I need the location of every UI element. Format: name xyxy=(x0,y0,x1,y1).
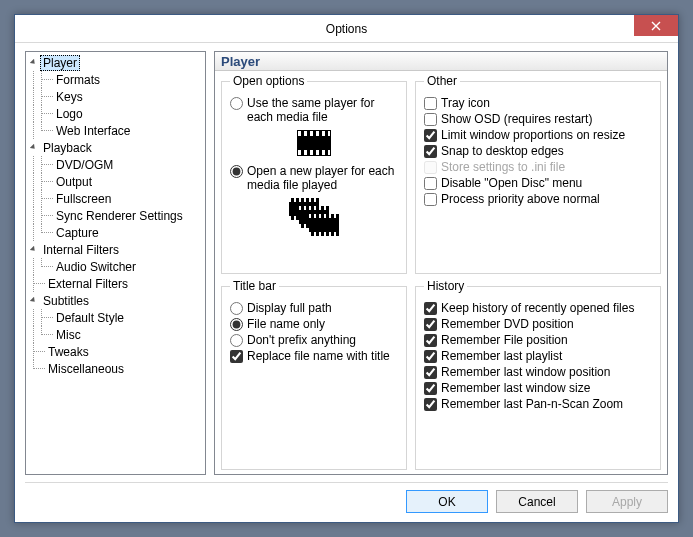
checkbox-input[interactable] xyxy=(424,145,437,158)
tree-item[interactable]: Audio Switcher xyxy=(26,258,205,275)
expand-icon[interactable] xyxy=(28,295,40,307)
tree-label: Audio Switcher xyxy=(53,260,139,274)
tree-item[interactable]: Subtitles xyxy=(26,292,205,309)
checkbox-input[interactable] xyxy=(424,318,437,331)
checkbox-row[interactable]: Disable "Open Disc" menu xyxy=(424,176,652,190)
radio-input[interactable] xyxy=(230,165,243,178)
checkbox-row[interactable]: Snap to desktop edges xyxy=(424,144,652,158)
tree-item[interactable]: Fullscreen xyxy=(26,190,205,207)
tree-label: Capture xyxy=(53,226,102,240)
radio-input[interactable] xyxy=(230,97,243,110)
radio-row[interactable]: Display full path xyxy=(230,301,398,315)
tree-item[interactable]: Sync Renderer Settings xyxy=(26,207,205,224)
expand-icon[interactable] xyxy=(28,142,40,154)
tree-item[interactable]: Tweaks xyxy=(26,343,205,360)
tree-item[interactable]: Playback xyxy=(26,139,205,156)
tree-item[interactable]: DVD/OGM xyxy=(26,156,205,173)
checkbox-row[interactable]: Show OSD (requires restart) xyxy=(424,112,652,126)
group-legend: Title bar xyxy=(230,279,279,293)
checkbox-label: Keep history of recently opened files xyxy=(441,301,634,315)
checkbox-label: Remember last Pan-n-Scan Zoom xyxy=(441,397,623,411)
tree-label: Web Interface xyxy=(53,124,133,138)
checkbox-input[interactable] xyxy=(424,177,437,190)
dialog-content: PlayerFormatsKeysLogoWeb InterfacePlayba… xyxy=(15,43,678,477)
tree-label: Sync Renderer Settings xyxy=(53,209,186,223)
checkbox-input[interactable] xyxy=(424,302,437,315)
checkbox-input[interactable] xyxy=(424,350,437,363)
close-button[interactable] xyxy=(634,15,678,36)
radio-new-player[interactable]: Open a new player for each media file pl… xyxy=(230,164,398,192)
checkbox-row[interactable]: Remember DVD position xyxy=(424,317,652,331)
radio-input[interactable] xyxy=(230,318,243,331)
expand-icon[interactable] xyxy=(28,244,40,256)
ok-button[interactable]: OK xyxy=(406,490,488,513)
checkbox-input[interactable] xyxy=(424,366,437,379)
tree-label: Internal Filters xyxy=(40,243,122,257)
radio-row[interactable]: Don't prefix anything xyxy=(230,333,398,347)
checkbox-row[interactable]: Limit window proportions on resize xyxy=(424,128,652,142)
radio-label[interactable]: Use the same player for each media file xyxy=(247,96,398,124)
radio-row[interactable]: File name only xyxy=(230,317,398,331)
tree-item[interactable]: Player xyxy=(26,54,205,71)
panel-body: Open options Use the same player for eac… xyxy=(221,74,661,470)
tree-item[interactable]: Default Style xyxy=(26,309,205,326)
checkbox-row[interactable]: Replace file name with title xyxy=(230,349,398,363)
checkbox-input xyxy=(424,161,437,174)
cancel-button[interactable]: Cancel xyxy=(496,490,578,513)
checkbox-input[interactable] xyxy=(424,398,437,411)
tree-item[interactable]: Web Interface xyxy=(26,122,205,139)
checkbox-row[interactable]: Remember File position xyxy=(424,333,652,347)
tree-item[interactable]: Miscellaneous xyxy=(26,360,205,377)
checkbox-label: Store settings to .ini file xyxy=(441,160,565,174)
tree-label: Output xyxy=(53,175,95,189)
radio-label: Display full path xyxy=(247,301,332,315)
radio-label: Don't prefix anything xyxy=(247,333,356,347)
checkbox-input[interactable] xyxy=(424,193,437,206)
radio-label[interactable]: Open a new player for each media file pl… xyxy=(247,164,398,192)
tree-item[interactable]: Misc xyxy=(26,326,205,343)
checkbox-input[interactable] xyxy=(424,113,437,126)
radio-input[interactable] xyxy=(230,302,243,315)
apply-button[interactable]: Apply xyxy=(586,490,668,513)
checkbox-input[interactable] xyxy=(230,350,243,363)
tree-item[interactable]: Keys xyxy=(26,88,205,105)
panel-title: Player xyxy=(215,52,667,71)
tree-label: Misc xyxy=(53,328,84,342)
checkbox-row[interactable]: Tray icon xyxy=(424,96,652,110)
tree-item[interactable]: Internal Filters xyxy=(26,241,205,258)
tree-item[interactable]: Capture xyxy=(26,224,205,241)
tree-item[interactable]: Output xyxy=(26,173,205,190)
radio-same-player[interactable]: Use the same player for each media file xyxy=(230,96,398,124)
checkbox-label: Remember last playlist xyxy=(441,349,562,363)
close-icon xyxy=(651,21,661,31)
checkbox-row[interactable]: Process priority above normal xyxy=(424,192,652,206)
group-legend: Other xyxy=(424,74,460,88)
tree-label: Player xyxy=(40,55,80,71)
radio-input[interactable] xyxy=(230,334,243,347)
checkbox-row[interactable]: Remember last Pan-n-Scan Zoom xyxy=(424,397,652,411)
tree-item[interactable]: External Filters xyxy=(26,275,205,292)
checkbox-input[interactable] xyxy=(424,382,437,395)
checkbox-label: Remember last window size xyxy=(441,381,590,395)
other-group: Other Tray iconShow OSD (requires restar… xyxy=(415,74,661,274)
checkbox-label: Snap to desktop edges xyxy=(441,144,564,158)
checkbox-input[interactable] xyxy=(424,97,437,110)
tree-item[interactable]: Logo xyxy=(26,105,205,122)
checkbox-input[interactable] xyxy=(424,129,437,142)
checkbox-label: Process priority above normal xyxy=(441,192,600,206)
tree-label: Subtitles xyxy=(40,294,92,308)
category-tree[interactable]: PlayerFormatsKeysLogoWeb InterfacePlayba… xyxy=(25,51,206,475)
window-title: Options xyxy=(326,22,367,36)
checkbox-input[interactable] xyxy=(424,334,437,347)
tree-label: Default Style xyxy=(53,311,127,325)
group-legend: History xyxy=(424,279,467,293)
checkbox-row[interactable]: Remember last window position xyxy=(424,365,652,379)
checkbox-label: Disable "Open Disc" menu xyxy=(441,176,582,190)
checkbox-row[interactable]: Remember last window size xyxy=(424,381,652,395)
checkbox-row: Store settings to .ini file xyxy=(424,160,652,174)
tree-item[interactable]: Formats xyxy=(26,71,205,88)
expand-icon[interactable] xyxy=(28,57,40,69)
checkbox-label: Replace file name with title xyxy=(247,349,390,363)
checkbox-row[interactable]: Keep history of recently opened files xyxy=(424,301,652,315)
checkbox-row[interactable]: Remember last playlist xyxy=(424,349,652,363)
